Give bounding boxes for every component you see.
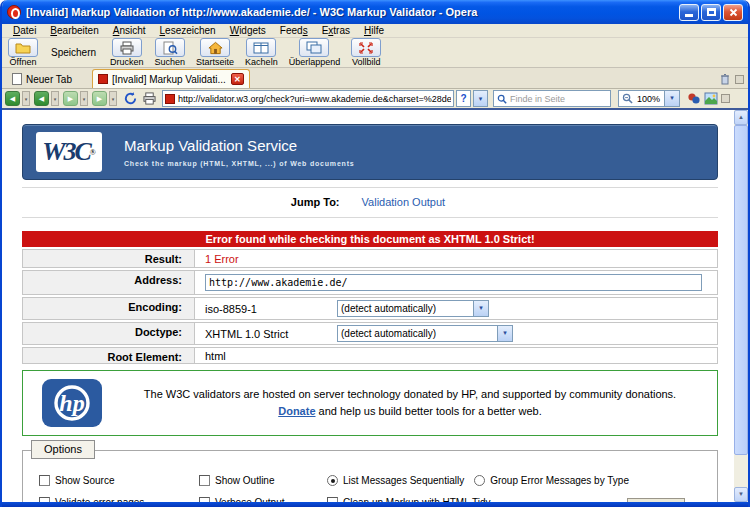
home-icon xyxy=(208,41,223,55)
author-mode-icon[interactable] xyxy=(687,92,701,105)
address-bar: ◀ ▾ ◀ ▾ ▶ ▾ ▶ ▾ ? ▾ Finde in Seite 100% … xyxy=(2,89,748,110)
cascade-windows-button[interactable]: Überlappend xyxy=(289,38,341,67)
address-input[interactable] xyxy=(205,274,702,291)
view-toggle-icon[interactable] xyxy=(721,94,730,103)
minimize-icon xyxy=(685,14,693,17)
forward-dropdown[interactable]: ▾ xyxy=(80,91,88,106)
address-dropdown-button[interactable]: ▾ xyxy=(473,90,488,107)
menu-extras[interactable]: Extras xyxy=(315,25,357,36)
back-button[interactable]: ◀ xyxy=(34,91,49,106)
close-icon xyxy=(729,8,738,17)
fullscreen-button[interactable]: Vollbild xyxy=(351,38,381,67)
address-label: Address: xyxy=(23,271,195,294)
search-page-icon xyxy=(162,41,178,55)
back-to-start-button[interactable]: ◀ xyxy=(5,91,20,106)
validate-error-pages-checkbox[interactable] xyxy=(39,497,50,503)
open-button[interactable]: Öffnen xyxy=(8,38,38,67)
root-element-value: html xyxy=(195,348,717,363)
fast-forward-button[interactable]: ▶ xyxy=(92,91,107,106)
tab-bar-right-controls xyxy=(719,73,744,85)
quick-print-icon[interactable] xyxy=(142,92,157,105)
minimize-button[interactable] xyxy=(679,4,699,21)
show-source-checkbox[interactable] xyxy=(39,475,50,486)
doctype-label: Doctype: xyxy=(23,323,195,344)
menu-ansicht[interactable]: Ansicht xyxy=(106,25,153,36)
clean-up-markup-checkbox[interactable] xyxy=(327,497,338,503)
menu-bar: DateiBearbeitenAnsichtLesezeichenWidgets… xyxy=(2,24,748,38)
doctype-value: XHTML 1.0 Strict xyxy=(205,328,337,340)
revalidate-button-partial[interactable] xyxy=(627,498,685,502)
group-by-type-option[interactable]: Group Error Messages by Type xyxy=(474,475,629,486)
list-sequentially-option[interactable]: List Messages Sequentially xyxy=(327,475,464,486)
zoom-dropdown[interactable]: ▾ xyxy=(664,91,679,106)
show-outline-option[interactable]: Show Outline xyxy=(199,475,327,486)
tab-title: [Invalid] Markup Validati... xyxy=(112,74,226,85)
back-dropdown[interactable]: ▾ xyxy=(51,91,59,106)
options-fieldset: Options Show Source Show Outline List Me… xyxy=(22,450,718,502)
print-button[interactable]: Drucken xyxy=(110,38,144,67)
encoding-select[interactable]: (detect automatically) ▾ xyxy=(337,300,489,317)
address-row: Address: xyxy=(22,270,718,295)
message-order-radio-group: List Messages Sequentially Group Error M… xyxy=(327,475,629,486)
find-button[interactable]: Suchen xyxy=(155,38,186,67)
scrollbar-thumb[interactable] xyxy=(734,125,748,455)
list-sequentially-radio[interactable] xyxy=(327,475,338,486)
close-button[interactable] xyxy=(723,4,743,21)
w3c-header-banner: W3C® Markup Validation Service Check the… xyxy=(22,124,718,180)
new-tab-button[interactable]: Neuer Tab xyxy=(6,70,78,88)
show-source-option[interactable]: Show Source xyxy=(39,475,199,486)
find-placeholder: Finde in Seite xyxy=(510,94,565,104)
scroll-down-button[interactable]: ▼ xyxy=(734,487,748,502)
jump-to-row: Jump To: Validation Output xyxy=(2,194,734,210)
clean-up-markup-option[interactable]: Clean up Markup with HTML Tidy xyxy=(327,497,490,503)
tile-windows-button[interactable]: Kacheln xyxy=(245,38,278,67)
donate-link[interactable]: Donate xyxy=(278,405,315,417)
address-help-button[interactable]: ? xyxy=(456,90,471,107)
options-row-1: Show Source Show Outline List Messages S… xyxy=(23,469,717,491)
tab-active[interactable]: [Invalid] Markup Validati... ✕ xyxy=(92,69,250,88)
hp-donation-banner: hp The W3C validators are hosted on serv… xyxy=(22,370,718,436)
chevron-down-icon[interactable]: ▾ xyxy=(497,326,512,341)
verbose-output-checkbox[interactable] xyxy=(199,497,210,503)
url-favicon-icon xyxy=(165,94,175,104)
reload-icon[interactable] xyxy=(123,91,138,106)
browser-window: [Invalid] Markup Validation of http://ww… xyxy=(0,0,750,507)
menu-bearbeiten[interactable]: Bearbeiten xyxy=(43,25,105,36)
url-field[interactable] xyxy=(162,90,454,107)
maximize-button[interactable] xyxy=(701,4,721,21)
save-button[interactable]: Speichern xyxy=(51,47,96,58)
show-outline-checkbox[interactable] xyxy=(199,475,210,486)
result-value: 1 Error xyxy=(195,250,717,267)
svg-text:hp: hp xyxy=(59,390,84,416)
menu-hilfe[interactable]: Hilfe xyxy=(357,25,391,36)
zoom-control[interactable]: 100% ▾ xyxy=(618,90,680,107)
chevron-down-icon[interactable]: ▾ xyxy=(473,301,488,316)
verbose-output-option[interactable]: Verbose Output xyxy=(199,497,327,503)
root-element-row: Root Element: html xyxy=(22,347,718,364)
encoding-label: Encoding: xyxy=(23,298,195,319)
images-toggle-icon[interactable] xyxy=(704,92,718,105)
group-by-type-radio[interactable] xyxy=(474,475,485,486)
validate-error-pages-option[interactable]: Validate error pages xyxy=(39,497,199,503)
doctype-select[interactable]: (detect automatically) ▾ xyxy=(337,325,513,342)
scroll-up-button[interactable]: ▲ xyxy=(734,110,748,125)
closed-tabs-trash-icon[interactable] xyxy=(719,73,731,85)
vertical-scrollbar[interactable]: ▲ ▼ xyxy=(734,110,748,502)
panel-toggle-icon[interactable] xyxy=(735,75,744,84)
fast-forward-dropdown[interactable]: ▾ xyxy=(109,91,117,106)
options-legend: Options xyxy=(31,440,95,459)
page-subtitle: Check the markup (HTML, XHTML, ...) of W… xyxy=(124,160,354,167)
home-button[interactable]: Startseite xyxy=(196,38,234,67)
back-to-start-dropdown[interactable]: ▾ xyxy=(22,91,30,106)
menu-datei[interactable]: Datei xyxy=(6,25,43,36)
menu-lesezeichen[interactable]: Lesezeichen xyxy=(153,25,223,36)
validator-page: W3C® Markup Validation Service Check the… xyxy=(2,110,734,502)
menu-widgets[interactable]: Widgets xyxy=(223,25,273,36)
find-in-page-field[interactable]: Finde in Seite xyxy=(493,90,611,107)
tab-close-button[interactable]: ✕ xyxy=(231,73,244,85)
url-input[interactable] xyxy=(178,94,451,104)
menu-feeds[interactable]: Feeds xyxy=(273,25,315,36)
divider xyxy=(22,187,718,188)
forward-button[interactable]: ▶ xyxy=(63,91,78,106)
validation-output-link[interactable]: Validation Output xyxy=(362,196,446,208)
